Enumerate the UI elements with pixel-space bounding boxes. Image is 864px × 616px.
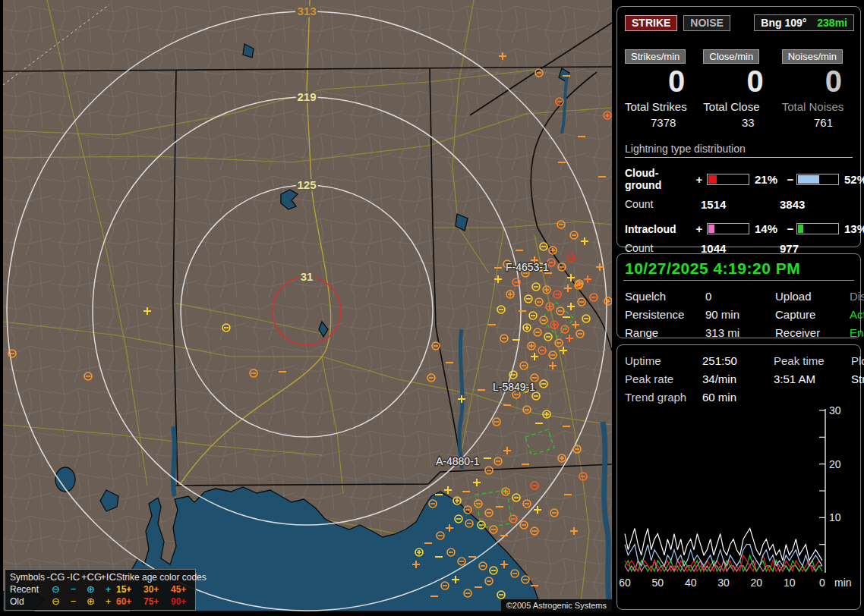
bearing-value: Bng 109° — [761, 17, 806, 29]
close-per-min-label[interactable]: Close/min — [703, 49, 759, 64]
status-panel: 10/27/2025 4:19:20 PM Squelch 0 Upload D… — [616, 253, 861, 338]
noises-per-min-value: 0 — [782, 65, 853, 97]
trend-y-label: 10 — [829, 511, 841, 523]
pos-cg-percent: 21% — [749, 173, 784, 186]
legend-old-label: Old — [10, 596, 46, 608]
legend-header-pos-ic: +IC — [100, 571, 116, 583]
range-value: 313 mi — [705, 326, 775, 339]
ring-label-219: 219 — [297, 90, 316, 103]
trend-series-+CG — [625, 555, 822, 571]
pos-cg-recent-icon: ⊕ — [81, 583, 100, 596]
ring-label-125: 125 — [297, 178, 316, 191]
ring-label-31: 31 — [301, 270, 314, 283]
trend-y-label: 20 — [829, 458, 841, 470]
total-strikes-label: Total Strikes — [625, 100, 695, 113]
plot-value: Strike — [851, 372, 864, 385]
pos-cg-bar — [707, 174, 749, 185]
age-60: 60+ — [116, 596, 143, 608]
noises-per-min-column: Noises/min 0 Total Noises 761 — [782, 49, 853, 129]
pos-cg-count: 1514 — [701, 198, 780, 211]
intracloud-label: Intracloud — [625, 223, 692, 235]
lightning-map[interactable]: 31125219313F-4653-1L-5849-1A-4880-1 Symb… — [3, 0, 612, 611]
bearing-distance: 238mi — [817, 17, 847, 29]
trend-chart-canvas: 1020306050403020100min — [619, 404, 859, 608]
trend-graph-label: Trend graph — [625, 391, 702, 404]
datetime-display: 10/27/2025 4:19:20 PM — [617, 254, 860, 280]
age-75: 75+ — [143, 596, 171, 608]
plot-label: Plot — [851, 354, 864, 367]
storm-cell-label: L-5849-1 — [493, 381, 535, 393]
plus-sign: + — [692, 173, 707, 186]
strike-button[interactable]: STRIKE — [625, 15, 677, 31]
persistence-value: 90 min — [705, 308, 775, 321]
map-legend: Symbols -CG -IC +CG +IC Strike age color… — [5, 569, 196, 611]
storm-cell-label: A-4880-1 — [436, 455, 480, 467]
trend-x-label: 50 — [652, 577, 664, 589]
count-label: Count — [625, 198, 701, 211]
total-noises-value: 761 — [782, 116, 853, 129]
close-per-min-value: 0 — [703, 65, 774, 97]
pos-ic-bar — [707, 223, 749, 234]
receiver-label: Receiver — [775, 326, 850, 339]
range-label: Range — [625, 326, 705, 339]
trend-graph: 1020306050403020100min — [619, 404, 859, 608]
squelch-value: 0 — [705, 290, 775, 303]
stats-trend-panel: Uptime 251:50 Peak time Plot Peak rate 3… — [616, 344, 861, 610]
legend-symbols-title: Symbols — [10, 571, 46, 583]
strikes-per-min-column: Strikes/min 0 Total Strikes 7378 — [625, 49, 695, 129]
minus-sign: − — [784, 173, 796, 186]
total-strikes-value: 7378 — [625, 116, 695, 129]
legend-header-neg-cg: -CG — [46, 571, 65, 583]
age-30: 30+ — [143, 583, 171, 596]
upload-label: Upload — [775, 290, 850, 303]
trend-x-label: 30 — [717, 577, 730, 589]
cloud-ground-label: Cloud-ground — [625, 167, 692, 191]
cloud-ground-row: Cloud-ground + 21% − 52% — [625, 167, 853, 191]
trend-series--IC — [625, 555, 822, 571]
receiver-value: Enabled — [850, 326, 864, 339]
neg-cg-count: 3843 — [780, 198, 853, 211]
map-canvas[interactable]: 31125219313F-4653-1L-5849-1A-4880-1 — [3, 0, 612, 611]
trend-y-label: 30 — [829, 404, 841, 416]
age-15: 15+ — [116, 583, 143, 596]
total-noises-label: Total Noises — [782, 100, 853, 113]
noises-per-min-label[interactable]: Noises/min — [782, 49, 843, 64]
cloud-ground-count-row: Count 1514 3843 — [625, 198, 853, 211]
peak-rate-value: 34/min — [702, 372, 774, 385]
legend-header-pos-cg: +CG — [81, 571, 100, 583]
persistence-label: Persistence — [625, 308, 705, 321]
neg-ic-old-icon: − — [65, 596, 81, 608]
ring-label-313: 313 — [297, 5, 316, 17]
counters-panel: STRIKE NOISE Bng 109° 238mi Strikes/min … — [616, 6, 861, 247]
neg-cg-recent-icon: ⊖ — [46, 583, 65, 596]
strikes-per-min-value: 0 — [625, 65, 695, 97]
trend-x-label: 40 — [685, 577, 697, 589]
capture-value: Active — [850, 308, 864, 321]
plus-sign: + — [692, 222, 707, 235]
pos-cg-old-icon: ⊕ — [81, 596, 100, 608]
legend-recent-label: Recent — [10, 583, 46, 596]
minus-sign: − — [784, 222, 796, 235]
pos-ic-recent-icon: + — [100, 583, 116, 596]
age-90: 90+ — [171, 596, 197, 608]
neg-cg-old-icon: ⊖ — [46, 596, 65, 608]
capture-label: Capture — [775, 308, 850, 321]
total-close-label: Total Close — [703, 100, 774, 113]
neg-ic-recent-icon: − — [65, 583, 81, 596]
age-45: 45+ — [171, 583, 197, 596]
legend-header-neg-ic: -IC — [65, 571, 81, 583]
peak-rate-label: Peak rate — [625, 372, 702, 385]
trend-x-label: 60 — [619, 577, 631, 589]
total-close-value: 33 — [703, 116, 774, 129]
strikes-per-min-label[interactable]: Strikes/min — [625, 49, 686, 64]
bearing-display: Bng 109° 238mi — [754, 14, 854, 31]
trend-x-unit: min — [834, 577, 852, 589]
noise-button[interactable]: NOISE — [683, 15, 730, 31]
peak-time-label: Peak time — [774, 354, 851, 367]
upload-value: Disabled — [850, 290, 864, 303]
squelch-label: Squelch — [625, 290, 705, 303]
pos-ic-old-icon: + — [100, 596, 116, 608]
neg-cg-bar — [796, 174, 839, 185]
trend-x-label: 0 — [819, 577, 825, 589]
trend-x-label: 10 — [784, 577, 796, 589]
